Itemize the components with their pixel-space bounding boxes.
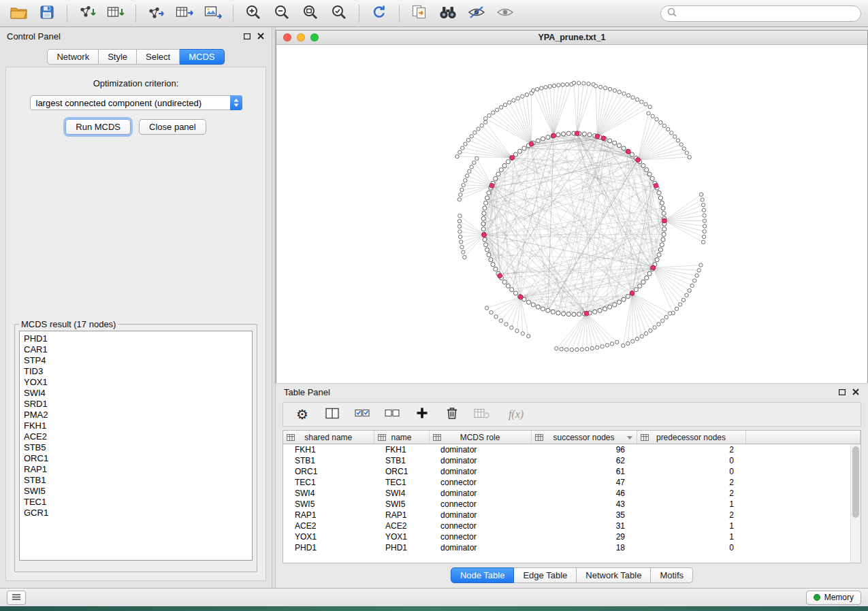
mcds-result-list[interactable]: PHD1CAR1STP4TID3YOX1SWI4SRD1PMA2FKH1ACE2… xyxy=(19,331,253,561)
mcds-result-item[interactable]: TID3 xyxy=(20,366,252,377)
deselect-all-button[interactable] xyxy=(384,406,400,423)
table-cell: 35 xyxy=(531,510,637,521)
zoom-in-button[interactable] xyxy=(242,3,265,24)
panel-selector-button[interactable] xyxy=(7,591,26,605)
refresh-layout-button[interactable] xyxy=(368,3,391,24)
network-canvas-svg[interactable] xyxy=(276,45,867,383)
mcds-result-item[interactable]: STB5 xyxy=(20,442,252,453)
mcds-result-item[interactable]: YOX1 xyxy=(20,377,252,388)
save-session-button[interactable] xyxy=(35,3,59,24)
export-table-button[interactable] xyxy=(173,3,196,24)
table-settings-button[interactable]: ⚙ xyxy=(294,406,310,423)
mcds-result-item[interactable]: STP4 xyxy=(20,355,252,366)
mcds-result-item[interactable]: RAP1 xyxy=(20,464,252,475)
column-header-mcds-role[interactable]: MCDS role xyxy=(429,431,531,444)
table-row[interactable]: YOX1YOX1connector291 xyxy=(283,531,861,542)
tab-network-table[interactable]: Network Table xyxy=(577,567,651,583)
toolbar-separator xyxy=(399,5,400,22)
mcds-result-item[interactable]: PHD1 xyxy=(20,333,252,344)
table-scrollbar[interactable] xyxy=(850,444,861,563)
search-box[interactable] xyxy=(660,5,861,22)
select-all-button[interactable] xyxy=(354,406,370,423)
maximize-window-button[interactable] xyxy=(310,33,319,42)
tab-mcds[interactable]: MCDS xyxy=(180,49,224,65)
mcds-result-item[interactable]: TEC1 xyxy=(20,497,252,508)
table-row[interactable]: SWI5SWI5connector431 xyxy=(283,499,861,510)
search-input[interactable] xyxy=(681,8,854,19)
show-columns-button[interactable] xyxy=(324,406,340,423)
table-row[interactable]: RAP1RAP1dominator352 xyxy=(283,510,861,521)
function-builder-button[interactable]: f(x) xyxy=(504,406,528,423)
mcds-result-item[interactable]: CAR1 xyxy=(20,344,252,355)
open-file-button[interactable] xyxy=(7,3,30,24)
mcds-result-item[interactable]: ACE2 xyxy=(20,431,252,442)
toolbar-separator xyxy=(359,5,359,22)
table-row[interactable]: SWI4SWI4dominator462 xyxy=(283,488,861,499)
mcds-result-item[interactable]: STB1 xyxy=(20,475,252,486)
mcds-result-item[interactable]: ORC1 xyxy=(20,453,252,464)
table-panel-title: Table Panel xyxy=(284,387,330,397)
tab-select[interactable]: Select xyxy=(137,49,180,65)
import-table-button[interactable] xyxy=(104,3,127,24)
mcds-result-item[interactable]: SRD1 xyxy=(20,399,252,410)
close-icon[interactable] xyxy=(852,388,860,396)
tab-node-table[interactable]: Node Table xyxy=(451,567,515,583)
find-button[interactable] xyxy=(436,3,460,24)
delete-column-button[interactable] xyxy=(444,406,460,423)
network-window-titlebar[interactable]: YPA_prune.txt_1 xyxy=(276,31,867,45)
float-window-icon[interactable] xyxy=(243,32,251,40)
mcds-result-item[interactable]: GCR1 xyxy=(20,508,252,518)
tab-style[interactable]: Style xyxy=(99,49,137,65)
import-network-button[interactable] xyxy=(76,3,99,24)
eye-slash-icon xyxy=(468,5,485,22)
mcds-result-item[interactable]: SWI4 xyxy=(20,388,252,399)
clone-network-button[interactable] xyxy=(408,3,431,24)
mcds-result-item[interactable]: SWI5 xyxy=(20,486,252,497)
mcds-result-item[interactable]: PMA2 xyxy=(20,410,252,420)
table-cell-filler xyxy=(745,531,861,542)
memory-label: Memory xyxy=(824,593,854,602)
close-icon[interactable] xyxy=(257,32,265,40)
delete-table-button[interactable] xyxy=(474,406,490,423)
trash-icon xyxy=(446,406,458,423)
table-row[interactable]: FKH1FKH1dominator962 xyxy=(283,444,861,456)
tab-motifs[interactable]: Motifs xyxy=(651,567,693,583)
table-cell: 1 xyxy=(637,499,745,510)
run-mcds-button[interactable]: Run MCDS xyxy=(65,119,131,135)
export-network-button[interactable] xyxy=(144,3,167,24)
zoom-fit-button[interactable] xyxy=(299,3,322,24)
mcds-result-item[interactable]: FKH1 xyxy=(20,420,252,431)
tab-edge-table[interactable]: Edge Table xyxy=(514,567,577,583)
column-header-predecessor-nodes[interactable]: predecessor nodes xyxy=(637,431,745,444)
criterion-dropdown[interactable]: largest connected component (undirected) xyxy=(30,95,242,110)
export-network-icon xyxy=(147,5,165,22)
search-icon xyxy=(667,7,677,20)
table-row[interactable]: PHD1PHD1dominator180 xyxy=(283,542,861,553)
column-header-name[interactable]: name xyxy=(374,431,429,444)
table-row[interactable]: ORC1ORC1dominator610 xyxy=(283,466,861,477)
show-all-button[interactable] xyxy=(494,3,517,24)
tab-network[interactable]: Network xyxy=(47,49,99,65)
zoom-out-button[interactable] xyxy=(270,3,293,24)
table-panel-tabs: Node Table Edge Table Network Table Moti… xyxy=(276,567,868,583)
table-cell: 62 xyxy=(531,455,637,466)
add-column-button[interactable] xyxy=(414,406,430,423)
column-header-successor-nodes[interactable]: successor nodes xyxy=(531,431,637,444)
hide-selection-button[interactable] xyxy=(465,3,488,24)
table-row[interactable]: TEC1TEC1connector472 xyxy=(283,477,861,488)
column-header-shared-name[interactable]: shared name xyxy=(283,431,374,444)
close-window-button[interactable] xyxy=(283,33,291,42)
table-row[interactable]: ACE2ACE2connector311 xyxy=(283,521,861,531)
eye-icon xyxy=(496,5,514,22)
memory-button[interactable]: Memory xyxy=(806,591,861,605)
close-panel-button[interactable]: Close panel xyxy=(139,119,206,135)
columns-icon xyxy=(325,408,339,422)
export-image-button[interactable] xyxy=(202,3,225,24)
table-cell: TEC1 xyxy=(283,477,374,488)
status-bar: Memory xyxy=(0,588,868,606)
zoom-selected-button[interactable] xyxy=(327,3,351,24)
float-window-icon[interactable] xyxy=(838,388,846,396)
minimize-window-button[interactable] xyxy=(297,33,305,42)
table-row[interactable]: STB1STB1dominator620 xyxy=(283,455,861,466)
scrollbar-thumb[interactable] xyxy=(852,446,859,518)
